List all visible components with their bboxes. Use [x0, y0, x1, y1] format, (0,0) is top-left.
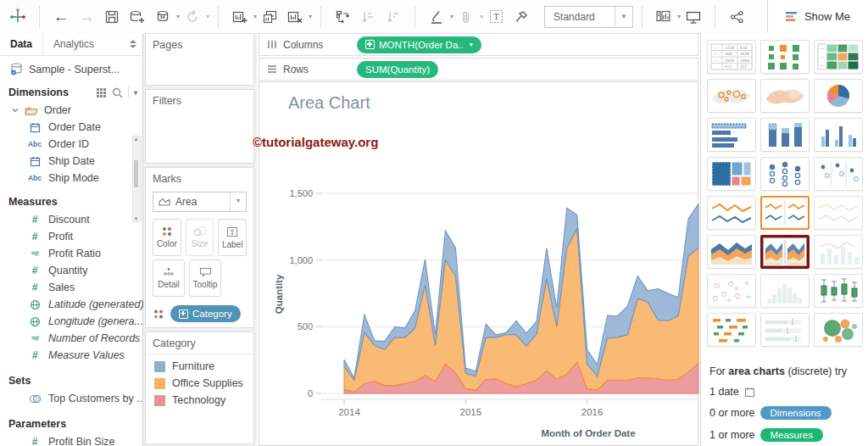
- detail-button[interactable]: Detail: [153, 259, 185, 297]
- showme-symbol-map[interactable]: [707, 79, 756, 113]
- showme-circle-views[interactable]: [760, 157, 810, 191]
- mark-type-dropdown[interactable]: Area ▾: [153, 192, 247, 212]
- color-button[interactable]: Color: [153, 219, 181, 256]
- showme-area-continuous[interactable]: [707, 235, 756, 269]
- mark-type-caret-icon[interactable]: ▾: [230, 192, 246, 211]
- horizontal-bars-icon: [709, 120, 754, 150]
- tableau-logo-icon[interactable]: [8, 5, 28, 29]
- watermark-text: ©tutorialgateway.org: [253, 135, 378, 149]
- share-workbook-icon[interactable]: [726, 5, 747, 29]
- scroll-down-icon[interactable]: ▼: [133, 216, 139, 221]
- pause-auto-updates-icon[interactable]: [153, 5, 173, 29]
- pause-caret-icon[interactable]: ▾: [176, 13, 180, 20]
- field-top-customers[interactable]: Top Customers by ...: [0, 390, 142, 407]
- side-by-side-circles-icon: [815, 159, 861, 189]
- rows-shelf[interactable]: Rows SUM(Quantity): [259, 58, 698, 81]
- field-quantity[interactable]: #Quantity: [0, 262, 142, 279]
- rows-pill-sum-quantity[interactable]: SUM(Quantity): [357, 61, 438, 78]
- field-profit[interactable]: #Profit: [0, 228, 142, 245]
- pane-collapse-icon[interactable]: [124, 33, 142, 55]
- showme-treemap[interactable]: [707, 157, 756, 191]
- legend-item-furniture[interactable]: Furniture: [146, 358, 253, 375]
- new-data-source-icon[interactable]: [127, 5, 147, 29]
- showme-lines-continuous[interactable]: [707, 196, 756, 230]
- show-hide-cards-icon[interactable]: [654, 5, 674, 29]
- category-pill[interactable]: Category: [170, 305, 241, 322]
- back-icon[interactable]: ←: [51, 5, 71, 29]
- showme-dual-lines[interactable]: [814, 196, 863, 230]
- showme-area-discrete[interactable]: [760, 235, 810, 269]
- filters-card[interactable]: Filters: [145, 89, 254, 164]
- tab-data[interactable]: Data: [0, 33, 43, 55]
- field-ship-date[interactable]: Ship Date: [0, 153, 142, 170]
- color-dots-icon: [161, 226, 173, 237]
- highlight-caret-icon[interactable]: ▾: [450, 13, 453, 20]
- scroll-up-icon[interactable]: ▲: [133, 137, 139, 142]
- fit-selector[interactable]: Standard ▾: [544, 6, 633, 28]
- save-icon[interactable]: [102, 5, 122, 29]
- tab-analytics[interactable]: Analytics: [43, 33, 104, 55]
- field-latitude[interactable]: Latitude (generated): [0, 296, 142, 313]
- field-measure-values[interactable]: #Measure Values: [0, 347, 142, 364]
- marks-title: Marks: [146, 168, 253, 187]
- showme-pie-chart[interactable]: [814, 79, 863, 113]
- dual-lines-icon: [815, 198, 861, 228]
- clear-sheet-caret-icon[interactable]: ▾: [309, 13, 312, 20]
- showme-packed-bubbles[interactable]: [814, 313, 863, 347]
- showme-heat-map[interactable]: [760, 40, 810, 74]
- show-mark-labels-icon[interactable]: T: [486, 5, 506, 29]
- showme-dual-combination[interactable]: [814, 235, 863, 269]
- search-icon[interactable]: [112, 87, 123, 98]
- datasource-item[interactable]: Sample - Superst...: [0, 56, 142, 82]
- columns-pill-month-order-date[interactable]: MONTH(Order Da.. ▾: [357, 36, 481, 53]
- clear-sheet-icon[interactable]: [285, 5, 305, 29]
- highlight-icon[interactable]: [426, 5, 447, 29]
- scrollbar-thumb[interactable]: [134, 160, 138, 187]
- showme-text-table[interactable]: —1234678—3683038—29202604471322: [707, 40, 756, 74]
- showme-side-by-side-circles[interactable]: [814, 157, 863, 191]
- showme-lines-discrete[interactable]: [760, 196, 810, 230]
- showme-horizontal-bars[interactable]: [707, 118, 756, 152]
- field-order-id[interactable]: Abc Order ID: [0, 136, 142, 153]
- duplicate-sheet-icon[interactable]: [259, 5, 280, 29]
- field-profit-ratio[interactable]: =#Profit Ratio: [0, 245, 142, 262]
- showme-histogram[interactable]: [760, 274, 810, 308]
- showme-scatter-plot[interactable]: [707, 274, 756, 308]
- showme-filled-map[interactable]: [760, 79, 810, 113]
- gantt-icon: [709, 315, 754, 345]
- view-data-grid-icon[interactable]: [96, 87, 107, 98]
- showme-stacked-bars[interactable]: [760, 118, 810, 152]
- field-order-date[interactable]: Order Date: [0, 119, 142, 136]
- fix-axes-icon[interactable]: [511, 5, 531, 29]
- pages-card[interactable]: Pages: [145, 33, 254, 86]
- field-sales[interactable]: #Sales: [0, 279, 142, 296]
- legend-item-technology[interactable]: Technology: [146, 392, 253, 409]
- tooltip-button[interactable]: Tooltip: [189, 259, 221, 297]
- show-hide-cards-caret-icon[interactable]: ▾: [677, 13, 681, 20]
- showme-bullet-graph[interactable]: [760, 313, 810, 347]
- dimensions-menu-caret-icon[interactable]: ▾: [134, 89, 137, 97]
- folder-expand-caret-icon[interactable]: [12, 107, 19, 114]
- showme-gantt[interactable]: [707, 313, 756, 347]
- field-profit-bin-size[interactable]: #Profit Bin Size: [0, 433, 142, 446]
- field-longitude[interactable]: Longitude (genera...: [0, 313, 142, 330]
- showme-box-and-whisker[interactable]: [814, 274, 863, 308]
- field-number-of-records[interactable]: =#Number of Records: [0, 330, 142, 347]
- show-me-button[interactable]: Show Me: [767, 0, 868, 33]
- showme-side-by-side-bars[interactable]: [814, 118, 863, 152]
- legend-item-office-supplies[interactable]: Office Supplies: [146, 375, 253, 392]
- folder-row-order[interactable]: Order: [0, 102, 142, 119]
- field-ship-mode[interactable]: Abc Ship Mode: [0, 170, 142, 187]
- label-button[interactable]: T Label: [218, 219, 247, 256]
- dimensions-scrollbar[interactable]: ▲ ▼: [132, 136, 142, 222]
- showme-highlight-table[interactable]: ———: [814, 40, 863, 74]
- field-discount[interactable]: #Discount: [0, 211, 142, 228]
- calendar-icon: [744, 387, 755, 398]
- swap-rows-columns-icon[interactable]: [332, 5, 353, 29]
- pill-caret-icon[interactable]: ▾: [470, 41, 473, 48]
- new-worksheet-caret-icon[interactable]: ▾: [253, 13, 257, 20]
- columns-shelf[interactable]: Columns MONTH(Order Da.. ▾: [259, 33, 698, 56]
- new-worksheet-icon[interactable]: [230, 5, 250, 29]
- presentation-mode-icon[interactable]: [683, 5, 704, 29]
- fit-selector-caret-icon[interactable]: ▾: [615, 7, 632, 27]
